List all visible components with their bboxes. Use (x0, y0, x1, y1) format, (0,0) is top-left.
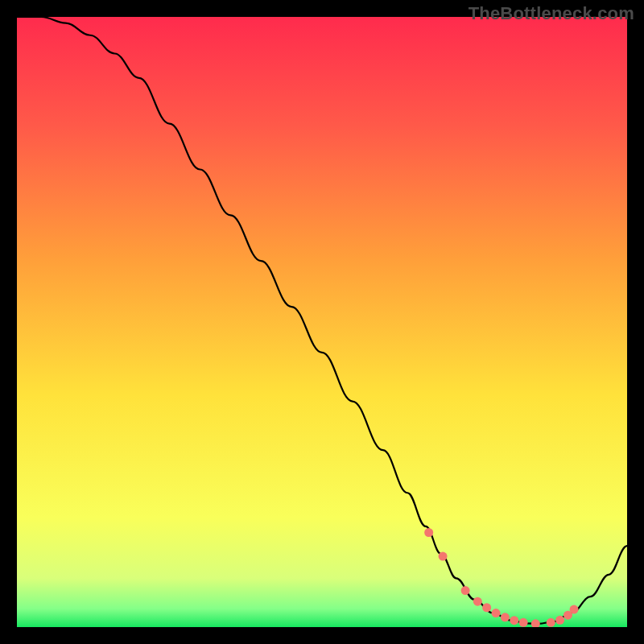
chart-container: TheBottleneck.com (0, 0, 644, 644)
marker-dot (519, 618, 528, 627)
chart-plot (17, 17, 627, 627)
marker-dot (510, 616, 518, 625)
marker-dot (482, 603, 491, 612)
heatmap-background (17, 17, 627, 627)
marker-dot (501, 613, 510, 621)
marker-dot (570, 605, 579, 614)
marker-dot (424, 528, 433, 537)
marker-dot (555, 616, 564, 625)
watermark-text: TheBottleneck.com (469, 3, 634, 24)
marker-dot (492, 609, 501, 617)
marker-dot (547, 618, 555, 627)
marker-dot (439, 552, 448, 561)
marker-dot (473, 597, 482, 606)
marker-dot (461, 586, 470, 595)
